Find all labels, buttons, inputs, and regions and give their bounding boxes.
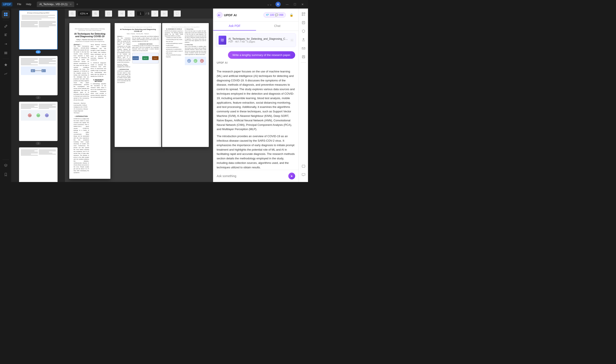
p2-intro: COVID-19 is a subject that has been rais… bbox=[117, 70, 130, 83]
pdf-page-1: 2022 International Conference on Advance… bbox=[69, 23, 110, 179]
menu-file[interactable]: File bbox=[15, 2, 23, 7]
zoom-out-btn[interactable] bbox=[68, 10, 76, 17]
user-avatar[interactable]: B bbox=[275, 2, 281, 7]
prev-page-btn[interactable] bbox=[127, 10, 135, 17]
sidebar-divider-2 bbox=[2, 59, 9, 59]
ai-lock-icon[interactable]: 🔒 bbox=[287, 11, 295, 19]
tab-ask-pdf[interactable]: Ask PDF bbox=[213, 22, 256, 31]
thumbnail-item-2[interactable]: ML AI 2 bbox=[13, 56, 63, 99]
rs-divider-1 bbox=[301, 62, 306, 63]
pdf-page-2: 2022 International Conference on Advance… bbox=[115, 23, 161, 147]
current-page-input[interactable] bbox=[137, 11, 144, 16]
svg-text:SVM: SVM bbox=[29, 115, 31, 117]
sidebar-right bbox=[299, 9, 308, 182]
svg-rect-45 bbox=[302, 47, 305, 49]
points-gem-icon: 💎 bbox=[266, 13, 269, 16]
svg-rect-0 bbox=[4, 13, 6, 14]
active-tab[interactable]: AI_Techniqu...VID-19 (1) ✕ bbox=[37, 1, 74, 7]
sidebar-icon-organize[interactable] bbox=[2, 49, 10, 57]
rs-icon-share[interactable] bbox=[300, 36, 307, 44]
maximize-btn[interactable]: ☐ bbox=[291, 1, 299, 7]
rs-icon-email[interactable] bbox=[300, 44, 307, 52]
p3-content: III. OVERVIEW OF COVID-19 COVID-19 is th… bbox=[165, 28, 206, 65]
sidebar-icon-bookmark[interactable] bbox=[2, 170, 10, 179]
sidebar-icon-pages[interactable] bbox=[2, 10, 10, 18]
main-area: AI Techniques for Detecting and Diagnosi… bbox=[0, 9, 308, 182]
intro-label: I. Introduction bbox=[74, 116, 89, 117]
menu-help[interactable]: Help bbox=[24, 2, 33, 7]
svg-rect-3 bbox=[6, 14, 7, 16]
svg-rect-28 bbox=[107, 13, 110, 15]
tab-label: AI_Techniqu...VID-19 (1) bbox=[39, 3, 67, 6]
ai-logo: AI UPDF AI bbox=[217, 12, 237, 18]
sidebar-icon-edit[interactable] bbox=[2, 31, 10, 39]
rs-bottom bbox=[300, 162, 307, 180]
rs-icon-save[interactable] bbox=[300, 53, 307, 61]
pdf-page-3: 2022 International Conference on Advance… bbox=[162, 23, 209, 147]
p2-conf: 2022 International Conference on Advance… bbox=[117, 26, 159, 27]
first-page-btn[interactable] bbox=[118, 10, 125, 17]
svg-rect-9 bbox=[4, 54, 7, 54]
points-chat-icon: 💬 bbox=[275, 13, 278, 16]
svg-rect-48 bbox=[303, 57, 304, 58]
file-name: AI_Techniques_for_Detecting_and_Diagnosi… bbox=[228, 37, 288, 40]
p2-section1: I. INTRODUCTION bbox=[117, 69, 130, 70]
svg-text:KNN: KNN bbox=[37, 115, 40, 117]
rs-icon-chat[interactable] bbox=[300, 171, 307, 179]
sidebar-icon-layers[interactable] bbox=[2, 161, 10, 169]
minimize-btn[interactable]: — bbox=[283, 1, 291, 7]
thumbnail-item-4[interactable]: 4 bbox=[13, 147, 63, 182]
p2-keywords: Keywords— Machine Learning (ML), Artific… bbox=[117, 64, 130, 67]
intro-text: COVID-19 is a subject that has been rais… bbox=[74, 118, 89, 174]
summary-btn[interactable]: Write a lengthy summary of the research … bbox=[228, 51, 295, 59]
next-page-btn[interactable] bbox=[151, 10, 159, 17]
svg-text:CNN: CNN bbox=[201, 61, 203, 62]
page-double-view: 2022 International Conference on Advance… bbox=[115, 23, 209, 147]
svg-rect-47 bbox=[303, 55, 304, 56]
sidebar-icon-annotate[interactable] bbox=[2, 22, 10, 30]
zoom-display[interactable]: 43% ▾ bbox=[78, 11, 90, 16]
zoom-in-btn[interactable] bbox=[92, 10, 99, 17]
two-col: Abstract — The New Coronavirus infection… bbox=[74, 44, 106, 174]
thumbnail-label-2: 2 bbox=[36, 96, 41, 99]
thumbnail-item-3[interactable]: SVM KNN CNN 3 bbox=[13, 102, 63, 145]
ai-header-right: 💎 100 💬 998 🔒 bbox=[263, 11, 295, 19]
sidebar-icon-sign[interactable] bbox=[2, 70, 10, 78]
ai-ask-input[interactable] bbox=[217, 173, 287, 179]
content-area[interactable]: 2022 International Conference on Advance… bbox=[65, 19, 213, 182]
p3-diagram: SVM KNN CNN bbox=[185, 57, 206, 65]
svg-point-41 bbox=[304, 15, 305, 16]
left-col: Abstract — The New Coronavirus infection… bbox=[74, 44, 89, 174]
send-icon: ➤ bbox=[290, 174, 293, 178]
menu-bar: File Help bbox=[15, 2, 33, 7]
p2-abstract-hd: Abstract — bbox=[117, 36, 130, 37]
ai-tabs: Ask PDF Chat bbox=[213, 22, 299, 31]
total-pages: 5 bbox=[148, 12, 149, 15]
right-col: Since Machine Learning (ML) and Artifici… bbox=[91, 44, 106, 174]
sidebar-divider-1 bbox=[2, 20, 9, 20]
rs-icon-puzzle[interactable] bbox=[300, 162, 307, 170]
tab-close-btn[interactable]: ✕ bbox=[70, 3, 72, 6]
fit-page-btn[interactable] bbox=[105, 10, 112, 17]
last-page-btn[interactable] bbox=[160, 10, 168, 17]
thumbnail-item-1[interactable]: AI Techniques for Detecting and Diagnosi… bbox=[13, 10, 63, 53]
svg-rect-42 bbox=[302, 21, 305, 24]
sidebar-icon-ai[interactable] bbox=[2, 61, 10, 69]
window-controls: — ☐ ✕ bbox=[283, 1, 306, 7]
collapse-icon[interactable]: ⌄⌄ bbox=[266, 2, 273, 7]
new-tab-btn[interactable]: + bbox=[75, 1, 80, 7]
sidebar-icon-convert[interactable] bbox=[2, 40, 10, 48]
tab-chat[interactable]: Chat bbox=[256, 22, 299, 31]
ai-send-btn[interactable]: ➤ bbox=[288, 173, 295, 180]
p2-right-intro: Since Machine Learning (ML) and Artifici… bbox=[132, 36, 159, 42]
close-btn[interactable]: ✕ bbox=[299, 1, 306, 7]
rs-icon-scan[interactable] bbox=[300, 10, 307, 18]
rs-icon-protect[interactable] bbox=[300, 27, 307, 35]
rs-icon-ocr[interactable] bbox=[300, 19, 307, 26]
svg-text:SVM: SVM bbox=[188, 61, 190, 62]
comment-btn[interactable] bbox=[174, 10, 181, 17]
pdf-file-icon: PDF bbox=[219, 36, 226, 45]
toolbar-sep-2 bbox=[115, 11, 115, 16]
titlebar-controls: ⌄⌄ B — ☐ ✕ bbox=[266, 1, 306, 7]
page-title: AI Techniques for Detecting and Diagnosi… bbox=[74, 32, 106, 38]
